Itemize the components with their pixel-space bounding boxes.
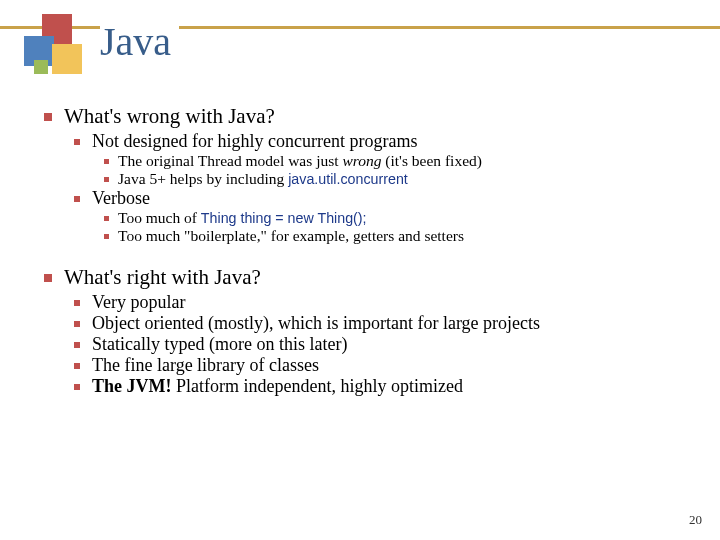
list-item: The fine large library of classes [68,355,690,376]
list-item: Verbose [68,188,690,209]
list-item: Object oriented (mostly), which is impor… [68,313,690,334]
section-heading: What's wrong with Java? [40,104,690,129]
list-item: Very popular [68,292,690,313]
list-item: Too much of Thing thing = new Thing(); [96,209,690,227]
list-item: Statically typed (more on this later) [68,334,690,355]
slide-title: Java [100,18,179,65]
list-item: The original Thread model was just wrong… [96,152,690,170]
list-item: Not designed for highly concurrent progr… [68,131,690,152]
page-number: 20 [689,512,702,528]
logo-squares-icon [24,14,84,76]
list-item: The JVM! Platform independent, highly op… [68,376,690,397]
section-heading: What's right with Java? [40,265,690,290]
slide-content: What's wrong with Java? Not designed for… [40,104,690,397]
list-item: Java 5+ helps by including java.util.con… [96,170,690,188]
list-item: Too much "boilerplate," for example, get… [96,227,690,245]
